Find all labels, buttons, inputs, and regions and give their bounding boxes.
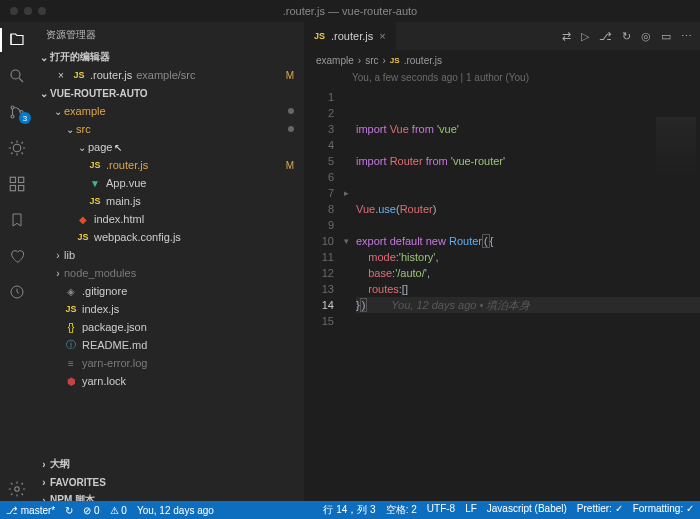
gitlens-header[interactable]: You, a few seconds ago | 1 author (You) [304, 70, 700, 89]
file-name: yarn-error.log [82, 357, 147, 369]
minimap[interactable] [656, 117, 696, 177]
folder-node-modules[interactable]: › node_modules [34, 264, 304, 282]
debug-icon[interactable] [7, 138, 27, 158]
file-name: README.md [82, 339, 147, 351]
chevron-down-icon: ⌄ [38, 88, 50, 99]
tab-router[interactable]: JS .router.js × [304, 22, 397, 50]
status-encoding[interactable]: UTF-8 [427, 503, 455, 517]
folder-name: lib [64, 249, 75, 261]
status-blame[interactable]: You, 12 days ago [137, 505, 214, 516]
window-title: .router.js — vue-router-auto [0, 0, 700, 22]
chevron-down-icon: ⌄ [64, 124, 76, 135]
status-warnings[interactable]: ⚠ 0 [110, 505, 127, 516]
breadcrumb[interactable]: example› src› JS .router.js [304, 50, 700, 70]
close-icon[interactable]: × [379, 30, 385, 42]
file-index-html[interactable]: ◆ index.html [34, 210, 304, 228]
favorites-header[interactable]: › FAVORITES [34, 473, 304, 491]
status-prettier[interactable]: Prettier: ✓ [577, 503, 623, 517]
folder-src[interactable]: ⌄ src [34, 120, 304, 138]
extensions-icon[interactable] [7, 174, 27, 194]
status-sync[interactable]: ↻ [65, 505, 73, 516]
svg-point-10 [15, 487, 20, 492]
status-line-col[interactable]: 行 14，列 3 [323, 503, 375, 517]
clock-icon[interactable] [7, 282, 27, 302]
status-eol[interactable]: LF [465, 503, 477, 517]
code-content[interactable]: import Vue from 'vue' import Router from… [356, 89, 700, 509]
editor-actions: ⇄ ▷ ⎇ ↻ ◎ ▭ ⋯ [554, 30, 700, 43]
scm-icon[interactable]: 3 [7, 102, 27, 122]
breadcrumb-item[interactable]: src [365, 55, 378, 66]
file-router[interactable]: JS .router.js M [34, 156, 304, 174]
js-file-icon: JS [88, 160, 102, 170]
split-icon[interactable]: ▭ [661, 30, 671, 43]
status-spaces[interactable]: 空格: 2 [386, 503, 417, 517]
refresh-icon[interactable]: ↻ [622, 30, 631, 43]
minimize-dot[interactable] [24, 7, 32, 15]
settings-icon[interactable] [7, 479, 27, 499]
git-icon[interactable]: ⎇ [599, 30, 612, 43]
git-dot-indicator [288, 126, 294, 132]
explorer-icon[interactable] [7, 30, 27, 50]
file-yarn-error[interactable]: ≡ yarn-error.log [34, 354, 304, 372]
file-name: .gitignore [82, 285, 127, 297]
heart-icon[interactable] [7, 246, 27, 266]
folder-name: example [64, 105, 106, 117]
search-icon[interactable] [7, 66, 27, 86]
chevron-right-icon: › [52, 250, 64, 261]
file-app-vue[interactable]: ▼ App.vue [34, 174, 304, 192]
file-index-js[interactable]: JS index.js [34, 300, 304, 318]
folder-name: node_modules [64, 267, 136, 279]
activity-bar: 3 [0, 22, 34, 509]
html-file-icon: ◆ [76, 214, 90, 225]
status-formatting[interactable]: Formatting: ✓ [633, 503, 694, 517]
line-gutter: 123456789101112131415 [304, 89, 344, 509]
macos-window-controls[interactable] [10, 7, 46, 15]
compare-icon[interactable]: ⇄ [562, 30, 571, 43]
folder-page[interactable]: ⌄ page ↖ [34, 138, 304, 156]
chevron-down-icon: ⌄ [52, 106, 64, 117]
more-icon[interactable]: ⋯ [681, 30, 692, 43]
code-editor[interactable]: 123456789101112131415 ▸ ▾ import Vue fro… [304, 89, 700, 509]
chevron-down-icon: ⌄ [76, 142, 88, 153]
info-file-icon: ⓘ [64, 338, 78, 352]
svg-point-2 [11, 115, 14, 118]
preview-icon[interactable]: ◎ [641, 30, 651, 43]
file-yarn-lock[interactable]: ⬢ yarn.lock [34, 372, 304, 390]
file-name: index.js [82, 303, 119, 315]
file-package-json[interactable]: {} package.json [34, 318, 304, 336]
file-webpack[interactable]: JS webpack.config.js [34, 228, 304, 246]
file-readme[interactable]: ⓘ README.md [34, 336, 304, 354]
breadcrumb-item[interactable]: .router.js [404, 55, 442, 66]
close-dot[interactable] [10, 7, 18, 15]
zoom-dot[interactable] [38, 7, 46, 15]
file-gitignore[interactable]: ◈ .gitignore [34, 282, 304, 300]
favorites-label: FAVORITES [50, 477, 106, 488]
outline-header[interactable]: › 大纲 [34, 455, 304, 473]
open-editor-item[interactable]: × JS .router.js example/src M [34, 66, 304, 84]
svg-rect-6 [19, 177, 24, 182]
open-editors-label: 打开的编辑器 [50, 50, 110, 64]
file-name: package.json [82, 321, 147, 333]
breadcrumb-item[interactable]: example [316, 55, 354, 66]
js-file-icon: JS [76, 232, 90, 242]
log-file-icon: ≡ [64, 358, 78, 369]
status-branch[interactable]: ⎇ master* [6, 505, 55, 516]
svg-point-1 [11, 106, 14, 109]
folder-lib[interactable]: › lib [34, 246, 304, 264]
chevron-right-icon: › [38, 477, 50, 488]
folder-example[interactable]: ⌄ example [34, 102, 304, 120]
gitlens-inline-blame: You, 12 days ago • 填泊本身 [367, 299, 530, 311]
status-lang[interactable]: Javascript (Babel) [487, 503, 567, 517]
project-header[interactable]: ⌄ VUE-ROUTER-AUTO [34, 84, 304, 102]
json-file-icon: {} [64, 322, 78, 333]
open-editors-header[interactable]: ⌄ 打开的编辑器 [34, 48, 304, 66]
close-icon[interactable]: × [54, 70, 68, 81]
bookmark-icon[interactable] [7, 210, 27, 230]
editor-area: JS .router.js × ⇄ ▷ ⎇ ↻ ◎ ▭ ⋯ example› s… [304, 22, 700, 509]
chevron-right-icon: › [52, 268, 64, 279]
file-main-js[interactable]: JS main.js [34, 192, 304, 210]
sidebar-title: 资源管理器 [34, 22, 304, 48]
file-name: webpack.config.js [94, 231, 181, 243]
status-errors[interactable]: ⊘ 0 [83, 505, 99, 516]
run-icon[interactable]: ▷ [581, 30, 589, 43]
